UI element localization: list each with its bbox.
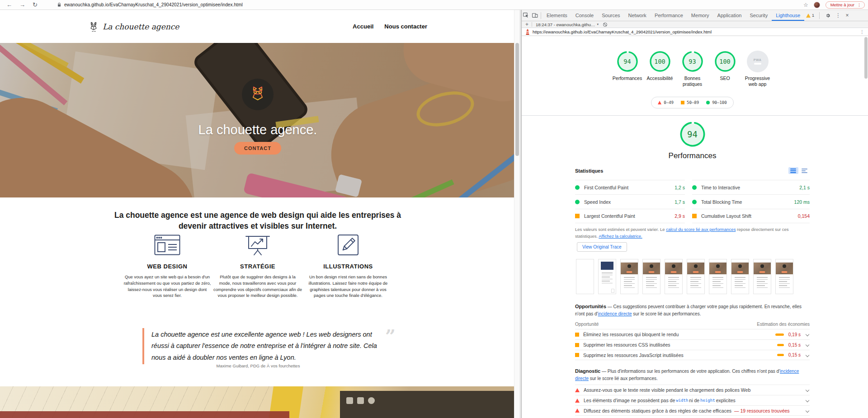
- opportunity-row-unused-js[interactable]: Supprimez les ressources JavaScript inut…: [575, 350, 810, 360]
- tab-memory[interactable]: Memory: [687, 10, 713, 21]
- score-legend: 0–49 50–89 90–100: [575, 97, 810, 108]
- metric-time-to-interactive: Time to Interactive 2,1 s: [692, 180, 810, 194]
- chevron-down-icon[interactable]: [806, 388, 809, 392]
- pass-dot-icon: [575, 185, 580, 190]
- stats-title: Statistiques: [575, 168, 603, 174]
- site-brand: La chouette agence: [103, 22, 179, 31]
- devtools-settings-icon[interactable]: [823, 10, 833, 21]
- devtools-splitter[interactable]: [520, 10, 521, 418]
- site-scrollbar-thumb[interactable]: [515, 43, 519, 156]
- diagnostics-table: Assurez-vous que le texte reste visible …: [575, 385, 810, 416]
- score-label: SEO: [710, 75, 740, 81]
- tab-performance[interactable]: Performance: [651, 10, 687, 21]
- tab-application[interactable]: Application: [713, 10, 746, 21]
- report-selector[interactable]: 18:24:37 - ewanouchka.githu…: [536, 22, 595, 27]
- back-icon[interactable]: ←: [6, 2, 12, 8]
- average-square-icon: [575, 333, 579, 337]
- chevron-down-icon[interactable]: [806, 333, 809, 336]
- diagnostic-row-cache-policy[interactable]: Diffusez des éléments statiques grâce à …: [575, 405, 810, 416]
- stats-header: Statistiques: [575, 167, 810, 174]
- metric-total-blocking-time: Total Blocking Time 120 ms: [692, 194, 810, 209]
- column-savings: Estimation des économies: [757, 322, 810, 327]
- pass-dot-icon: [692, 185, 697, 190]
- hero-section: La chouette agence. CONTACT: [0, 43, 520, 197]
- pencil-icon: [304, 233, 392, 257]
- report-options-icon[interactable]: ⋮: [860, 29, 864, 34]
- warning-count: 1: [812, 13, 814, 18]
- average-square-icon: [575, 353, 579, 357]
- tab-console[interactable]: Console: [571, 10, 598, 21]
- pwa-text: PWA: [754, 58, 761, 61]
- filmstrip-frame: [665, 259, 683, 294]
- score-label: Performances: [613, 75, 642, 81]
- nav-link-accueil[interactable]: Accueil: [353, 23, 373, 30]
- new-report-icon[interactable]: +: [525, 21, 528, 28]
- calculator-link[interactable]: Affichez la calculatrice.: [599, 234, 642, 239]
- average-range-icon: [681, 101, 684, 104]
- owl-logo-icon: [88, 21, 99, 33]
- reload-icon[interactable]: ↻: [33, 2, 38, 8]
- metric-cumulative-layout-shift: Cumulative Layout Shift 0,154: [692, 209, 810, 223]
- site-scrollbar[interactable]: [514, 10, 520, 418]
- incidence-directe-link[interactable]: incidence directe: [598, 311, 632, 316]
- opportunities-table: Éliminez les ressources qui bloquent le …: [575, 329, 810, 360]
- legend-range: 0–49: [664, 100, 674, 105]
- tab-lighthouse[interactable]: Lighthouse: [772, 10, 804, 21]
- devtools-menu-icon[interactable]: ⋮: [835, 12, 842, 19]
- browser-menu-icon[interactable]: ⋮: [857, 3, 861, 7]
- devtools-scrollbar-thumb[interactable]: [864, 37, 868, 79]
- tab-security[interactable]: Security: [745, 10, 772, 21]
- diagnostic-row-image-dimensions[interactable]: Les éléments d'image ne possèdent pas de…: [575, 395, 810, 405]
- savings-bar: [777, 344, 784, 346]
- score-accessibilite[interactable]: 100 Accessibilité: [645, 51, 675, 87]
- nav-link-contact[interactable]: Nous contacter: [384, 23, 427, 30]
- score-calc-link[interactable]: calcul du score lié aux performances: [666, 227, 736, 232]
- chrome-update-button[interactable]: Mettre à jour ⋮: [826, 1, 865, 9]
- service-title: ILLUSTRATIONS: [304, 263, 392, 270]
- chevron-down-icon[interactable]: [806, 343, 809, 347]
- pass-dot-icon: [575, 200, 580, 204]
- filmstrip-frame: [642, 259, 660, 294]
- diagnostics-title: Diagnostic: [575, 368, 600, 374]
- devtools-close-icon[interactable]: ×: [844, 12, 851, 19]
- site-logo[interactable]: La chouette agence: [88, 21, 179, 33]
- score-performances[interactable]: 94 Performances: [613, 51, 642, 87]
- site-viewport: La chouette agence Accueil Nous contacte…: [0, 10, 520, 418]
- chevron-down-icon: ▾: [597, 23, 599, 26]
- inspect-element-icon[interactable]: [522, 10, 531, 21]
- metrics-view-toggle-grid-icon[interactable]: [800, 167, 810, 174]
- devtools-panel: Elements Console Sources Network Perform…: [521, 10, 868, 418]
- chevron-down-icon[interactable]: [806, 399, 809, 402]
- filmstrip-frame: [753, 259, 771, 294]
- contact-button[interactable]: CONTACT: [234, 142, 281, 155]
- address-bar[interactable]: ewanouchka.github.io/EvaCharnayKruschat_…: [64, 2, 243, 7]
- avatar[interactable]: [814, 2, 820, 8]
- metrics-view-toggle-list-icon[interactable]: [788, 167, 798, 174]
- service-card-webdesign: WEB DESIGN Que vous ayez un site web qui…: [123, 233, 212, 299]
- savings-bar: [777, 354, 784, 356]
- score-pwa[interactable]: PWA Progressive web app: [743, 51, 773, 87]
- chevron-down-icon[interactable]: [806, 353, 809, 357]
- tab-elements[interactable]: Elements: [542, 10, 571, 21]
- fail-range-icon: [658, 101, 661, 104]
- diagnostic-row-font-display[interactable]: Assurez-vous que le texte reste visible …: [575, 385, 810, 395]
- score-seo[interactable]: 100 SEO: [710, 51, 740, 87]
- legend-range: 90–100: [712, 100, 727, 105]
- score-bonnes-pratiques[interactable]: 93 Bonnes pratiques: [678, 51, 708, 87]
- device-toolbar-icon[interactable]: [531, 10, 540, 21]
- bookmark-star-icon[interactable]: ☆: [803, 2, 808, 8]
- opportunity-row-unused-css[interactable]: Supprimer les ressources CSS inutilisées…: [575, 339, 810, 350]
- opportunities-columns: Opportunité Estimation des économies: [575, 322, 810, 327]
- opportunity-row-render-blocking[interactable]: Éliminez les ressources qui bloquent le …: [575, 329, 810, 339]
- devtools-tabbar: Elements Console Sources Network Perform…: [522, 10, 868, 21]
- tab-sources[interactable]: Sources: [598, 10, 624, 21]
- tab-network[interactable]: Network: [624, 10, 651, 21]
- view-original-trace-button[interactable]: View Original Trace: [577, 242, 627, 252]
- diagnostics-description: Diagnostic — Plus d'informations sur les…: [575, 367, 810, 382]
- warnings-badge[interactable]: 1: [804, 13, 816, 18]
- services-row: WEB DESIGN Que vous ayez un site web qui…: [123, 233, 392, 299]
- chevron-down-icon[interactable]: [806, 409, 809, 412]
- score-value: 93: [682, 51, 703, 72]
- clear-reports-icon[interactable]: [603, 23, 607, 27]
- forward-icon[interactable]: →: [19, 2, 25, 8]
